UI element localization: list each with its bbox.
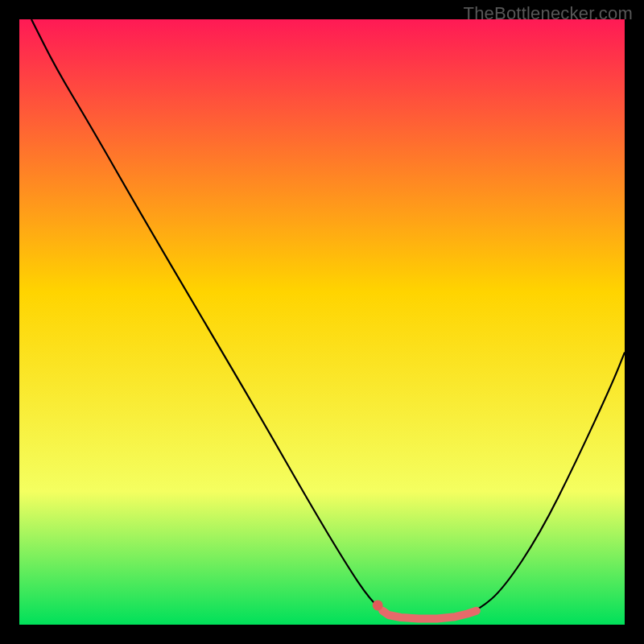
gradient-background [19,19,625,625]
chart-svg [19,19,625,625]
highlight-dot [373,600,383,610]
plot-area [19,19,625,625]
chart-container: TheBottlenecker.com [0,0,644,644]
watermark-text: TheBottlenecker.com [464,3,633,24]
